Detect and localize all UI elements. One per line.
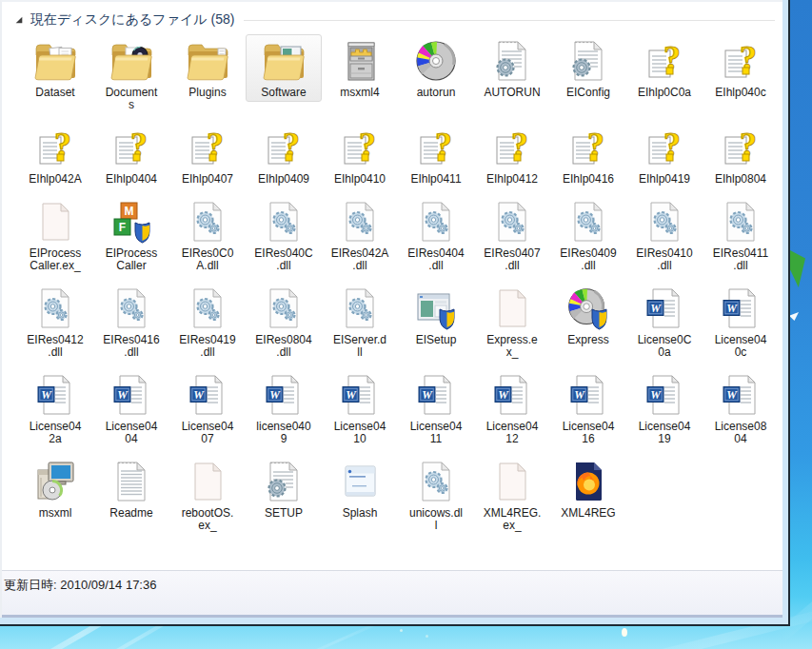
file-item[interactable]: Software <box>246 34 322 102</box>
file-label: AUTORUN <box>484 87 540 99</box>
help-icon: ? <box>261 125 307 170</box>
file-list-area: 現在ディスクにあるファイル (58) DatasetDocument sPlug… <box>2 2 782 570</box>
file-item[interactable]: ?EIhlp0419 <box>626 121 703 188</box>
file-item[interactable]: msxml <box>17 455 93 522</box>
file-label: EIhlp042A <box>29 173 81 186</box>
dll-icon <box>642 199 687 245</box>
file-item[interactable]: Plugins <box>169 34 246 102</box>
file-label: SETUP <box>265 507 303 520</box>
file-label: EIhlp0407 <box>182 173 233 186</box>
file-item[interactable]: EIRes0C0 A.dll <box>169 195 246 275</box>
file-label: License04 19 <box>639 421 691 445</box>
file-item[interactable]: EIConfig <box>550 34 626 102</box>
file-item[interactable]: AUTORUN <box>474 34 550 102</box>
file-label: EIRes0804 .dll <box>255 334 311 359</box>
svg-text:M: M <box>125 205 134 218</box>
svg-text:W: W <box>193 388 205 402</box>
file-label: License04 2a <box>30 421 82 445</box>
file-item[interactable]: Wlicense040 9 <box>246 368 322 448</box>
file-item[interactable]: Dataset <box>17 34 93 102</box>
file-item[interactable]: MFEIProcess Caller <box>93 195 169 275</box>
file-item[interactable]: Express <box>550 282 626 349</box>
file-item[interactable]: ?EIhlp0409 <box>246 121 322 188</box>
file-item[interactable]: rebootOS. ex_ <box>169 455 246 535</box>
dll-icon <box>185 285 230 331</box>
file-label: License04 12 <box>486 421 539 445</box>
file-label: msxml4 <box>340 87 379 99</box>
help-icon: ? <box>185 125 230 170</box>
config-icon <box>261 459 307 504</box>
file-item[interactable]: autorun <box>398 34 474 102</box>
file-item[interactable]: ?EIhlp040c <box>703 34 779 102</box>
file-item[interactable]: ?EIhlp0412 <box>474 121 550 188</box>
file-item[interactable]: SETUP <box>246 455 322 522</box>
file-label: License04 04 <box>106 421 158 445</box>
file-item[interactable]: EIRes0804 .dll <box>246 282 322 362</box>
file-item[interactable]: EIRes0411 .dll <box>703 195 779 275</box>
file-item[interactable]: WLicense04 10 <box>322 368 398 448</box>
file-label: XML4REG. ex_ <box>484 507 542 532</box>
svg-text:W: W <box>650 302 662 315</box>
file-item[interactable]: WLicense04 2a <box>17 368 93 448</box>
file-label: rebootOS. ex_ <box>182 507 234 532</box>
file-item[interactable]: ?EIhlp0804 <box>703 121 779 188</box>
file-label: EIRes0C0 A.dll <box>182 247 234 272</box>
file-item[interactable]: WLicense08 04 <box>703 368 779 448</box>
file-item[interactable]: WLicense04 04 <box>93 368 169 448</box>
file-item[interactable]: WLicense04 07 <box>169 368 246 448</box>
file-label: EIRes040C .dll <box>254 247 312 272</box>
file-item[interactable]: Document s <box>93 34 169 114</box>
folder-app-icon <box>261 38 307 84</box>
file-item[interactable]: EIRes0404 .dll <box>398 195 474 275</box>
file-item[interactable]: EIRes0416 .dll <box>93 282 169 362</box>
collapse-triangle-icon[interactable] <box>14 14 24 26</box>
file-label: License08 04 <box>715 421 767 445</box>
file-item[interactable]: ?EIhlp0C0a <box>626 34 703 102</box>
file-item[interactable]: EIRes040C .dll <box>246 195 322 275</box>
file-item[interactable]: EIRes0412 .dll <box>17 282 93 362</box>
file-item[interactable]: Readme <box>93 455 169 522</box>
file-item[interactable]: EIRes0409 .dll <box>550 195 626 275</box>
file-item[interactable]: WLicense04 19 <box>626 368 703 448</box>
file-item[interactable]: EIRes0410 .dll <box>626 195 703 275</box>
blank-icon <box>32 199 78 245</box>
file-item[interactable]: WLicense04 16 <box>550 368 626 448</box>
file-item[interactable]: ?EIhlp0416 <box>550 121 626 188</box>
file-item[interactable]: ?EIhlp0407 <box>169 121 246 188</box>
file-item[interactable]: WLicense04 12 <box>474 368 550 448</box>
svg-text:W: W <box>269 388 281 402</box>
file-item[interactable]: WLicense04 11 <box>398 368 474 448</box>
word-icon: W <box>489 372 535 418</box>
file-item[interactable]: ?EIhlp0411 <box>398 121 474 188</box>
file-item[interactable]: EIRes0419 .dll <box>169 282 246 362</box>
file-label: Plugins <box>188 87 226 99</box>
dll-icon <box>185 199 230 245</box>
file-item[interactable]: WLicense04 0c <box>703 282 779 362</box>
file-item[interactable]: EIProcess Caller.ex_ <box>17 195 93 275</box>
file-item[interactable]: XML4REG <box>550 455 626 522</box>
file-item[interactable]: EISetup <box>398 282 474 349</box>
file-item[interactable]: EIRes042A .dll <box>322 195 398 275</box>
file-item[interactable]: WLicense0C 0a <box>626 282 703 362</box>
file-label: EIRes0419 .dll <box>179 334 235 359</box>
wallpaper-sparkle <box>400 629 403 632</box>
file-item[interactable]: EIServer.d ll <box>322 282 398 362</box>
help-icon: ? <box>489 125 535 170</box>
file-item[interactable]: ?EIhlp0410 <box>322 121 398 188</box>
file-item[interactable]: ?EIhlp042A <box>17 121 93 188</box>
file-label: EIRes0411 .dll <box>713 247 768 272</box>
svg-text:W: W <box>726 388 738 402</box>
file-group-header: 現在ディスクにあるファイル (58) <box>14 11 775 29</box>
file-item[interactable]: unicows.dl l <box>398 455 474 535</box>
word-icon: W <box>718 285 763 331</box>
folder-plain-icon <box>185 38 230 84</box>
wallpaper-sparkle <box>789 312 799 321</box>
file-item[interactable]: XML4REG. ex_ <box>474 455 550 535</box>
dll-icon <box>489 199 535 245</box>
file-item[interactable]: ?EIhlp0404 <box>93 121 169 188</box>
file-item[interactable]: Express.e x_ <box>474 282 550 362</box>
config-icon <box>489 38 535 84</box>
file-item[interactable]: msxml4 <box>322 34 398 102</box>
file-item[interactable]: EIRes0407 .dll <box>474 195 550 275</box>
file-item[interactable]: Splash <box>322 455 398 522</box>
